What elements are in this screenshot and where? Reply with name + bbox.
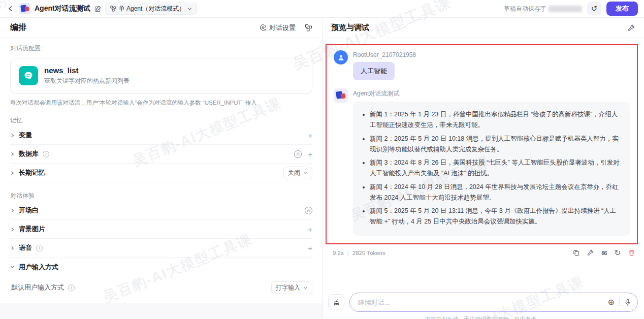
history-button[interactable]: ↺ xyxy=(587,2,601,15)
chevron-right-icon xyxy=(10,171,15,175)
workflow-card[interactable]: news_list 获取关键字对应的热点新闻列表 xyxy=(10,58,312,93)
workflow-card-text: news_list 获取关键字对应的热点新闻列表 xyxy=(44,66,130,85)
longterm-memory-value: 关闭 xyxy=(288,169,300,177)
experience-section-label: 对话体验 xyxy=(10,192,312,200)
row-background-label: 背景图片 xyxy=(19,225,45,234)
row-user-input-method[interactable]: 用户输入方式 xyxy=(10,258,312,276)
user-message: RootUser_2107021958 人工智能 xyxy=(334,50,630,80)
news-item: 新闻 2：2025 年 5 月 20 日 10:18 消息，提到人工智能核心目标… xyxy=(370,134,622,155)
default-input-method-row: 默认用户输入方式 i 打字输入 xyxy=(10,276,312,299)
add-voice-button[interactable]: + xyxy=(308,244,312,252)
add-variable-button[interactable]: + xyxy=(308,132,312,139)
auto-circle-icon[interactable]: A xyxy=(294,150,302,158)
user-name: RootUser_2107021958 xyxy=(353,51,630,58)
app-logo-icon xyxy=(19,3,30,14)
preview-title: 预览与调试 xyxy=(331,23,369,33)
workflow-icon[interactable] xyxy=(305,24,312,31)
input-divider xyxy=(619,298,620,306)
chevron-down-icon xyxy=(10,265,15,269)
regenerate-icon[interactable]: ↻ xyxy=(614,248,621,258)
copy-icon[interactable] xyxy=(573,249,579,256)
person-icon xyxy=(337,54,345,61)
default-input-label: 默认用户输入方式 xyxy=(11,283,64,292)
chevron-down-icon xyxy=(187,7,192,11)
history-icon: ↺ xyxy=(591,4,598,13)
debug-highlight-box: RootUser_2107021958 人工智能 Agent对话流测试 新闻 1… xyxy=(326,44,638,244)
main-area: 编排 对话设置 对话流配置 news_list 获取关键字对应的热点新 xyxy=(0,18,644,319)
chat-area: RootUser_2107021958 人工智能 Agent对话流测试 新闻 1… xyxy=(323,38,644,293)
response-time: 9.2s xyxy=(333,250,344,256)
flow-config-label: 对话流配置 xyxy=(10,44,312,53)
edit-title-icon[interactable] xyxy=(94,6,101,12)
add-background-button[interactable]: + xyxy=(308,226,312,233)
news-item: 新闻 5：2025 年 5 月 20 日 13:11 消息，今年 3 月《政府工… xyxy=(370,206,622,228)
news-item: 新闻 1：2025 年 1 月 23 日，科普中国推出寒假精品栏目 “给孩子的高… xyxy=(370,109,622,131)
dialog-settings-button[interactable]: 对话设置 xyxy=(260,23,296,33)
news-item: 新闻 3：2024 年 8 月 26 日，美国科技股 “七巨头” 等人工智能巨头… xyxy=(370,157,622,179)
agent-mode-select[interactable]: 单 Agent（对话流模式） xyxy=(105,3,198,15)
info-icon: i xyxy=(36,245,43,251)
delete-icon[interactable] xyxy=(628,249,635,256)
quote-icon[interactable]: 66 xyxy=(601,250,606,256)
agent-message: Agent对话流测试 新闻 1：2025 年 1 月 23 日，科普中国推出寒假… xyxy=(334,88,630,236)
preview-panel: 预览与调试 RootUser_2107021958 人工智能 xyxy=(323,18,644,319)
back-button[interactable] xyxy=(6,4,15,13)
workflow-note: 每次对话都会调用该对话流，用户“本轮对话输入”会作为对话流的输入参数 “USER… xyxy=(10,99,312,107)
row-user-input-label: 用户输入方式 xyxy=(19,263,58,272)
agent-message-body: Agent对话流测试 新闻 1：2025 年 1 月 23 日，科普中国推出寒假… xyxy=(353,88,630,236)
chevron-right-icon xyxy=(10,227,15,232)
broom-icon xyxy=(333,299,340,306)
info-icon: i xyxy=(43,151,49,157)
agent-mode-label: 单 Agent（对话流模式） xyxy=(119,5,185,13)
row-longterm-label: 长期记忆 xyxy=(19,168,45,177)
stats-divider: | xyxy=(347,250,349,256)
row-database[interactable]: 数据库 i A + xyxy=(10,145,312,164)
debug-wrench-icon[interactable] xyxy=(628,24,635,31)
debug-wrench-icon[interactable] xyxy=(587,249,594,256)
input-icons: ⊕ xyxy=(608,298,631,306)
row-variables-label: 变量 xyxy=(19,131,32,140)
row-voice-label: 语音 xyxy=(19,243,32,252)
default-input-value: 打字输入 xyxy=(276,283,300,292)
workflow-description: 获取关键字对应的热点新闻列表 xyxy=(44,77,130,85)
left-panel-filler xyxy=(0,303,323,319)
message-stats-row: 9.2s | 2820 Tokens 66 ↻ xyxy=(326,244,638,258)
chevron-right-icon xyxy=(10,133,15,138)
orchestration-title: 编排 xyxy=(10,22,26,33)
clear-context-button[interactable] xyxy=(328,294,344,310)
orchestration-body: 对话流配置 news_list 获取关键字对应的热点新闻列表 每次对话都会调用该… xyxy=(0,38,323,299)
row-background-image[interactable]: 背景图片 + xyxy=(10,220,312,239)
chat-input[interactable] xyxy=(358,299,608,306)
attach-plus-icon[interactable]: ⊕ xyxy=(608,298,615,306)
add-database-button[interactable]: + xyxy=(308,150,312,158)
longterm-memory-select[interactable]: 关闭 xyxy=(283,167,312,179)
workflow-chat-icon xyxy=(19,66,38,85)
agent-name: Agent对话流测试 xyxy=(353,89,630,98)
message-actions: 66 ↻ xyxy=(573,248,635,258)
ai-disclaimer: 内容由AI生成，无法确保真实准确，仅供参考。 xyxy=(323,315,644,319)
microphone-icon[interactable] xyxy=(624,299,631,306)
autosave-label: 草稿自动保存于 xyxy=(504,5,546,13)
row-opening-label: 开场白 xyxy=(19,206,39,215)
orchestration-header: 编排 对话设置 xyxy=(0,18,323,38)
user-avatar xyxy=(334,50,348,65)
row-opening[interactable]: 开场白 A xyxy=(10,201,312,220)
default-input-select[interactable]: 打字输入 xyxy=(271,281,312,294)
chat-input-wrap: ⊕ xyxy=(349,293,638,312)
news-list: 新闻 1：2025 年 1 月 23 日，科普中国推出寒假精品栏目 “给孩子的高… xyxy=(361,109,622,228)
row-variables[interactable]: 变量 + xyxy=(10,126,312,145)
chevron-right-icon xyxy=(10,246,15,250)
chevron-down-icon xyxy=(303,171,308,175)
chat-gear-icon xyxy=(260,24,267,31)
news-item: 新闻 4：2024 年 10 月 28 日消息，2024 年世界科技与发展论坛主… xyxy=(370,182,622,204)
row-voice[interactable]: 语音 i + xyxy=(10,239,312,258)
memory-section-label: 记忆 xyxy=(10,116,312,125)
auto-circle-icon[interactable]: A xyxy=(305,207,312,214)
row-longterm-memory[interactable]: 长期记忆 关闭 xyxy=(10,164,312,182)
autosave-status: 草稿自动保存于 xyxy=(504,5,582,13)
preview-header: 预览与调试 xyxy=(323,18,644,38)
workflow-name: news_list xyxy=(44,66,130,75)
top-bar: Agent对话流测试 单 Agent（对话流模式） 草稿自动保存于 ↺ 发布 xyxy=(0,0,644,18)
agent-message-bubble: 新闻 1：2025 年 1 月 23 日，科普中国推出寒假精品栏目 “给孩子的高… xyxy=(353,102,630,236)
publish-button[interactable]: 发布 xyxy=(606,2,638,16)
